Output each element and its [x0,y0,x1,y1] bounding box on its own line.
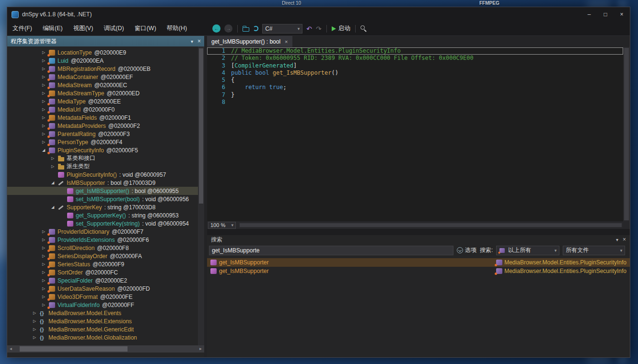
tree-item[interactable]: ▷MBRegistrationRecord@020000EB [7,65,204,73]
menu-item-2[interactable]: 视图(V) [68,22,99,35]
tree-item[interactable]: get_SupporterKey(): string @06000953 [7,211,204,219]
panel-menu-icon[interactable]: ▾ [191,39,193,44]
search-icon[interactable] [360,25,367,32]
titlebar[interactable]: dnSpy v6.1.8 (64-bit, .NET) – □ × [7,7,630,22]
tree-item[interactable]: PluginSecurityInfo(): void @06000957 [7,171,204,179]
vscroll-thumb[interactable] [624,48,629,220]
editor-vscrollbar[interactable] [623,47,630,221]
tree-item-detail: @020000F0 [83,106,115,113]
tree-item[interactable]: ▷{}MediaBrowser.Model.Events [7,309,204,317]
menu-item-3[interactable]: 调试(D) [98,22,129,35]
tree-item[interactable]: ▷SpecialFolder@020000E2 [7,276,204,284]
horizontal-splitter[interactable] [207,229,630,235]
expand-arrow-icon[interactable]: ▷ [51,164,58,169]
tree-item[interactable]: ▷SeriesDisplayOrder@020000FA [7,252,204,260]
start-debug-button[interactable]: 启动 [332,24,350,33]
tree-item[interactable]: ▷基类和接口 [7,154,204,162]
search-files-combo[interactable]: 所有文件 ▾ [563,246,625,255]
tree-item[interactable]: ▷SeriesStatus@020000F9 [7,260,204,268]
tree-item[interactable]: ▷MediaType@020000EE [7,97,204,105]
expand-arrow-icon[interactable]: ▷ [51,156,58,160]
zoom-value: 100 % [210,222,225,228]
enum-icon [49,50,55,56]
tree-item[interactable]: ▷MediaUrl@020000F0 [7,105,204,114]
code-editor[interactable]: 1// MediaBrowser.Model.Entities.PluginSe… [207,47,630,221]
search-results: get_IsMBSupporterMediaBrowser.Model.Enti… [207,257,630,357]
hscroll-thumb[interactable] [20,346,128,352]
tab-close-icon[interactable]: × [285,39,288,45]
method-icon [58,172,64,178]
tree-item[interactable]: ▷{}MediaBrowser.Model.Globalization [7,333,204,341]
maximize-button[interactable]: □ [597,7,614,22]
vscroll-thumb[interactable] [199,48,203,204]
collapse-arrow-icon[interactable]: ◢ [51,205,58,209]
tree-item[interactable]: ▷MediaStream@020000EC [7,81,204,89]
close-button[interactable]: × [614,7,630,22]
tree-item[interactable]: ▷派生类型 [7,162,204,171]
collapse-arrow-icon[interactable]: ◢ [51,181,58,185]
scroll-left-icon[interactable]: ◄ [7,347,14,351]
tree-item[interactable]: ▷LocationType@020000E9 [7,48,204,57]
tabbar: get_IsMBSupporter() : bool × [207,36,630,47]
search-options-button[interactable]: 选项 [457,246,476,254]
search-close-icon[interactable]: × [623,236,626,243]
panel-close-icon[interactable]: × [197,38,201,45]
tree-item[interactable]: ▷{}MediaBrowser.Model.Extensions [7,317,204,325]
menu-item-0[interactable]: 文件(F) [7,22,37,35]
code-line: 1// MediaBrowser.Model.Entities.PluginSe… [207,47,623,55]
tree-item[interactable]: ▷MediaContainer@020000EF [7,73,204,81]
editor-tab[interactable]: get_IsMBSupporter() : bool × [207,36,292,47]
class-icon [496,260,502,265]
search-input[interactable] [209,246,453,255]
scroll-right-icon[interactable]: ► [197,347,204,351]
tree-item[interactable]: ◢PluginSecurityInfo@020000F5 [7,146,204,154]
menu-item-1[interactable]: 编辑(E) [37,22,68,35]
tree-item[interactable]: ▷{}MediaBrowser.Model.GenericEdit [7,325,204,333]
open-file-icon[interactable] [243,25,249,32]
tree-item[interactable]: ▷PersonType@020000F4 [7,138,204,146]
expand-arrow-icon[interactable]: ▷ [33,335,40,340]
tree-item[interactable]: ▷MetadataFields@020000F1 [7,114,204,122]
minimize-button[interactable]: – [581,7,597,22]
search-result-row[interactable]: get_IsMBSupporterMediaBrowser.Model.Enti… [207,258,630,267]
tree-item[interactable]: ◢IsMBSupporter: bool @170003D9 [7,179,204,187]
menu-item-4[interactable]: 窗口(W) [129,22,162,35]
tree-item[interactable]: set_IsMBSupporter(bool): void @06000956 [7,195,204,203]
line-number: 7 [207,91,231,99]
tree-item[interactable]: ▷Luid@020000EA [7,57,204,65]
tree-item[interactable]: ▷ParentalRating@020000F3 [7,130,204,138]
tree-hscrollbar[interactable]: ◄ ► [7,345,204,353]
tree-item[interactable]: ◢SupporterKey: string @170003D8 [7,203,204,211]
tree-item[interactable]: set_SupporterKey(string): void @06000954 [7,219,204,228]
navigate-back-icon[interactable]: ← [212,24,220,33]
navigate-forward-icon[interactable]: → [224,24,232,33]
expand-arrow-icon[interactable]: ▷ [33,327,40,331]
tree-item[interactable]: ▷ProviderIdDictionary@020000F7 [7,228,204,236]
redo-icon[interactable]: ↷ [316,25,322,33]
undo-icon[interactable]: ↶ [306,25,312,33]
tree-item-detail: @020000EE [88,98,121,105]
zoom-combo[interactable]: 100 % ▾ [208,222,236,229]
assembly-explorer-header[interactable]: 程序集资源管理器 ▾ × [7,36,204,46]
search-menu-icon[interactable]: ▾ [616,237,618,242]
search-result-row[interactable]: get_IsMBSupporterMediaBrowser.Model.Enti… [207,267,630,275]
tree-vscrollbar[interactable] [198,46,204,345]
menu-item-5[interactable]: 帮助(H) [162,22,192,35]
search-panel-header[interactable]: 搜索 ▾ × [207,235,630,244]
search-scope-combo[interactable]: 以上所有 ▾ [496,246,559,255]
tree-item[interactable]: ▷SortOrder@020000FC [7,268,204,276]
hscroll-thumb[interactable] [240,223,622,227]
tree-item[interactable]: ▷MetadataProviders@020000F2 [7,122,204,130]
editor-hscrollbar[interactable] [239,222,623,228]
expand-arrow-icon[interactable]: ▷ [33,319,40,323]
tree-item[interactable]: ▷VirtualFolderInfo@020000FF [7,301,204,309]
tree-item[interactable]: get_IsMBSupporter(): bool @06000955 [7,187,204,195]
expand-arrow-icon[interactable]: ▷ [33,311,40,315]
reload-assemblies-icon[interactable] [253,26,258,31]
language-combo[interactable]: C# ▾ [262,24,302,34]
tree-item[interactable]: ▷Video3DFormat@020000FE [7,293,204,301]
tree-item[interactable]: ▷ScrollDirection@020000F8 [7,244,204,252]
tree-item[interactable]: ▷MediaStreamType@020000ED [7,89,204,97]
tree-item[interactable]: ▷UserDataSaveReason@020000FD [7,284,204,293]
tree-item[interactable]: ▷ProviderIdsExtensions@020000F6 [7,236,204,244]
